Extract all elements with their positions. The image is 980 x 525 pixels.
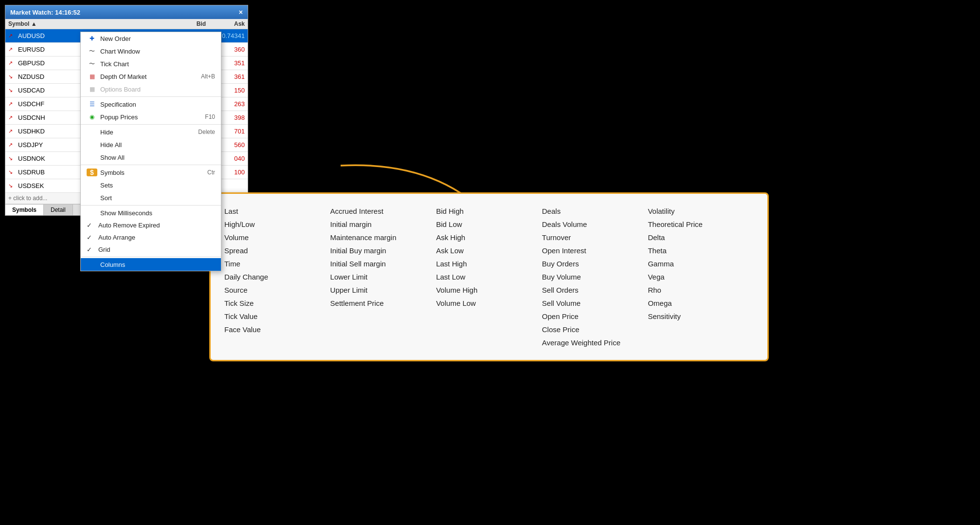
menu-item-specification[interactable]: ☰Specification xyxy=(81,98,221,111)
menu-item-label: Depth Of Market xyxy=(100,73,146,80)
tab-detail[interactable]: Detail xyxy=(44,205,73,215)
menu-item-grid[interactable]: ✓Grid xyxy=(81,244,221,256)
menu-item-show-milliseconds[interactable]: Show Milliseconds xyxy=(81,206,221,219)
menu-item-depth-of-market[interactable]: ▦Depth Of MarketAlt+B xyxy=(81,70,221,83)
column-option[interactable]: Open Price xyxy=(542,311,648,322)
symbol-col-header[interactable]: Symbol ▲ xyxy=(8,20,157,27)
menu-item-show-all[interactable]: Show All xyxy=(81,151,221,164)
column-option[interactable]: Time xyxy=(224,258,330,269)
column-option[interactable]: Ask Low xyxy=(436,245,542,256)
column-option[interactable]: Theta xyxy=(648,245,754,256)
column-option[interactable]: Bid High xyxy=(436,206,542,217)
menu-item-label: New Order xyxy=(100,35,131,42)
menu-item-label: Symbols xyxy=(100,169,125,176)
menu-item-tick-chart[interactable]: 〜Tick Chart xyxy=(81,57,221,70)
menu-item-label: Popup Prices xyxy=(100,113,138,121)
column-option[interactable]: Buy Orders xyxy=(542,258,648,269)
column-option[interactable]: Delta xyxy=(648,232,754,243)
menu-item-hide[interactable]: HideDelete xyxy=(81,126,221,138)
menu-item-options-board[interactable]: ▦Options Board xyxy=(81,83,221,95)
column-option[interactable]: Source xyxy=(224,284,330,296)
menu-item-sets[interactable]: Sets xyxy=(81,179,221,191)
column-option[interactable]: Upper Limit xyxy=(330,284,436,296)
menu-item-columns[interactable]: Columns xyxy=(81,258,221,271)
column-option[interactable]: Last High xyxy=(436,258,542,269)
column-option[interactable]: Volume Low xyxy=(436,298,542,309)
column-option[interactable]: Average Weighted Price xyxy=(542,337,648,348)
column-option[interactable]: Sell Orders xyxy=(542,284,648,296)
column-option[interactable]: Last xyxy=(224,206,330,217)
column-option[interactable]: Open Interest xyxy=(542,245,648,256)
menu-item-shortcut: F10 xyxy=(205,113,215,120)
column-option[interactable]: Rho xyxy=(648,284,754,296)
column-option[interactable]: Initial Sell margin xyxy=(330,258,436,269)
menu-item-label: Grid xyxy=(98,246,110,253)
column-option[interactable]: Daily Change xyxy=(224,271,330,282)
tab-symbols[interactable]: Symbols xyxy=(5,205,44,215)
column-option[interactable]: Volume High xyxy=(436,284,542,296)
menu-item-auto-remove-expired[interactable]: ✓Auto Remove Expired xyxy=(81,219,221,231)
column-option[interactable]: Ask High xyxy=(436,232,542,243)
menu-item-sort[interactable]: Sort xyxy=(81,191,221,204)
column-option[interactable]: Deals xyxy=(542,206,648,217)
column-option[interactable]: Initial margin xyxy=(330,219,436,230)
column-option[interactable]: Maintenance margin xyxy=(330,232,436,243)
menu-separator xyxy=(81,124,221,125)
columns-col-2: Accrued InterestInitial marginMaintenanc… xyxy=(330,206,436,348)
menu-item-hide-all[interactable]: Hide All xyxy=(81,138,221,151)
menu-item-label: Chart Window xyxy=(100,48,140,55)
column-option[interactable]: Last Low xyxy=(436,271,542,282)
window-title: Market Watch: 14:16:52 xyxy=(10,9,80,16)
columns-col-3: Bid HighBid LowAsk HighAsk LowLast HighL… xyxy=(436,206,542,348)
menu-item-symbols[interactable]: $SymbolsCtr xyxy=(81,166,221,179)
column-option[interactable]: Bid Low xyxy=(436,219,542,230)
column-option[interactable]: Close Price xyxy=(542,324,648,335)
column-option[interactable]: Sensitivity xyxy=(648,311,754,322)
column-option[interactable]: Spread xyxy=(224,245,330,256)
menu-item-label: Columns xyxy=(100,261,125,268)
column-option[interactable]: Vega xyxy=(648,271,754,282)
trend-icon: ↗ xyxy=(8,46,17,53)
trend-icon: ↗ xyxy=(8,33,17,39)
column-option[interactable]: High/Low xyxy=(224,219,330,230)
menu-item-icon: ☰ xyxy=(87,100,97,108)
menu-item-icon: $ xyxy=(87,169,97,176)
menu-item-label: Hide All xyxy=(100,141,122,149)
menu-item-label: Specification xyxy=(100,101,136,108)
column-option[interactable]: Deals Volume xyxy=(542,219,648,230)
column-option[interactable]: Face Value xyxy=(224,324,330,335)
column-option[interactable]: Gamma xyxy=(648,258,754,269)
menu-item-new-order[interactable]: ✚New Order xyxy=(81,32,221,45)
menu-item-shortcut: Alt+B xyxy=(201,73,215,80)
trend-icon: ↘ xyxy=(8,74,17,80)
column-option[interactable]: Sell Volume xyxy=(542,298,648,309)
column-option[interactable]: Initial Buy margin xyxy=(330,245,436,256)
menu-separator xyxy=(81,205,221,206)
column-option[interactable]: Settlement Price xyxy=(330,298,436,309)
menu-item-icon: ▦ xyxy=(87,85,97,93)
ask-col-header: Ask xyxy=(206,20,245,27)
column-option[interactable]: Volume xyxy=(224,232,330,243)
menu-item-icon: ✓ xyxy=(87,246,95,253)
trend-icon: ↗ xyxy=(8,128,17,134)
trend-icon: ↗ xyxy=(8,114,17,121)
column-option[interactable]: Volatility xyxy=(648,206,754,217)
column-option[interactable]: Tick Value xyxy=(224,311,330,322)
menu-item-icon xyxy=(87,261,97,268)
column-option[interactable]: Omega xyxy=(648,298,754,309)
menu-item-icon xyxy=(87,209,97,217)
trend-icon: ↘ xyxy=(8,155,17,162)
columns-popup: LastHigh/LowVolumeSpreadTimeDaily Change… xyxy=(209,192,769,361)
column-option[interactable]: Lower Limit xyxy=(330,271,436,282)
column-option[interactable]: Turnover xyxy=(542,232,648,243)
column-option[interactable]: Buy Volume xyxy=(542,271,648,282)
column-option[interactable]: Accrued Interest xyxy=(330,206,436,217)
menu-item-chart-window[interactable]: 〜Chart Window xyxy=(81,45,221,57)
menu-item-label: Show Milliseconds xyxy=(100,209,152,217)
column-option[interactable]: Tick Size xyxy=(224,298,330,309)
menu-item-auto-arrange[interactable]: ✓Auto Arrange xyxy=(81,231,221,244)
menu-item-icon: 〜 xyxy=(87,47,97,55)
close-button[interactable]: × xyxy=(239,8,243,16)
column-option[interactable]: Theoretical Price xyxy=(648,219,754,230)
menu-item-popup-prices[interactable]: ◉Popup PricesF10 xyxy=(81,111,221,123)
